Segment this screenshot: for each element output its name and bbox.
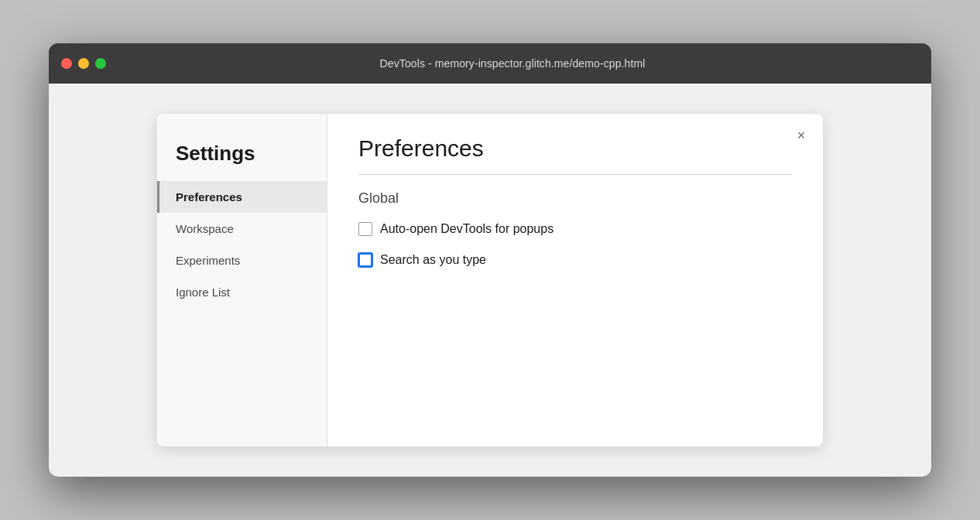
minimize-traffic-light[interactable] [78, 58, 89, 69]
browser-window: DevTools - memory-inspector.glitch.me/de… [49, 43, 931, 477]
sidebar-item-experiments[interactable]: Experiments [157, 245, 327, 276]
maximize-traffic-light[interactable] [95, 58, 106, 69]
sidebar-item-preferences[interactable]: Preferences [157, 181, 327, 213]
close-traffic-light[interactable] [61, 58, 72, 69]
search-as-you-type-checkbox-row: Search as you type [358, 253, 792, 267]
sidebar: Settings Preferences Workspace Experimen… [157, 114, 327, 446]
traffic-lights [61, 58, 106, 69]
search-as-you-type-label: Search as you type [380, 253, 486, 267]
auto-open-checkbox-row: Auto-open DevTools for popups [358, 222, 792, 236]
search-as-you-type-checkbox[interactable] [358, 253, 372, 267]
settings-dialog: Settings Preferences Workspace Experimen… [157, 114, 823, 446]
auto-open-label: Auto-open DevTools for popups [380, 222, 553, 236]
sidebar-item-workspace[interactable]: Workspace [157, 213, 327, 245]
close-button[interactable]: × [792, 126, 810, 145]
sidebar-title: Settings [157, 129, 327, 181]
main-content: Preferences Global Auto-open DevTools fo… [327, 114, 823, 446]
global-section-title: Global [358, 190, 792, 207]
sidebar-item-ignore-list[interactable]: Ignore List [157, 276, 327, 308]
section-divider [358, 174, 792, 175]
main-title: Preferences [358, 135, 792, 162]
window-title: DevTools - memory-inspector.glitch.me/de… [106, 57, 919, 70]
title-bar: DevTools - memory-inspector.glitch.me/de… [49, 43, 931, 84]
auto-open-checkbox[interactable] [358, 222, 372, 236]
browser-content: Settings Preferences Workspace Experimen… [49, 84, 931, 477]
